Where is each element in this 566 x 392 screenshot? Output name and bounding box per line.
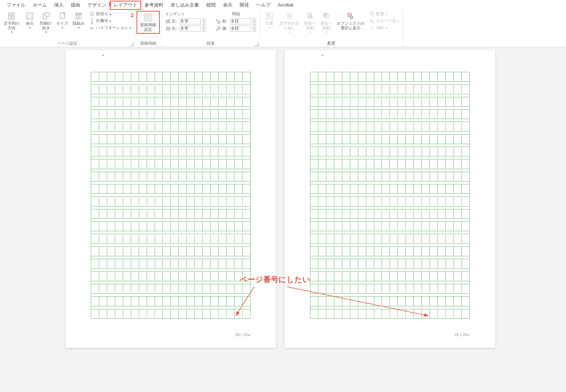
indent-left-row: 左: ▴▾ <box>165 18 205 25</box>
group-label-arrange: 配置 <box>260 40 403 47</box>
callout-number-2: 2 <box>131 12 134 18</box>
menu-design[interactable]: デザイン <box>84 1 110 10</box>
indent-left-spinner[interactable]: ▴▾ <box>201 18 205 25</box>
svg-rect-2 <box>27 13 33 19</box>
genko-grid-2 <box>310 72 470 319</box>
svg-rect-36 <box>370 19 372 21</box>
ribbon-group-arrange: 位置▾ 文字列の折 り返し▾ 前面へ 移動▾ 背面へ 移動▾ オブジェクトの 選… <box>260 10 403 47</box>
menu-bar: ファイル ホーム 挿入 描画 デザイン 1 レイアウト 参考資料 差し込み文書 … <box>0 0 566 10</box>
spacing-after-row: 後: ▴▾ <box>216 25 256 32</box>
svg-rect-5 <box>45 13 49 16</box>
align-icon <box>369 11 375 17</box>
menu-acrobat[interactable]: Acrobat <box>274 1 297 9</box>
send-backward-button: 背面へ 移動▾ <box>318 11 334 34</box>
menu-help[interactable]: ヘルプ <box>253 1 274 10</box>
indent-left-icon <box>165 19 171 24</box>
ribbon: 文字列の 方向 ▾ 余白 ▾ 印刷の 向き ▾ <box>0 10 566 47</box>
indent-left-input[interactable] <box>180 19 201 24</box>
text-direction-icon <box>7 12 16 20</box>
wrap-text-icon <box>285 12 294 20</box>
ribbon-group-paragraph: インデント 左: ▴▾ 右: ▴▾ 間隔 前: <box>162 10 260 47</box>
page-footer-1: 20 × 20↲ <box>235 333 251 337</box>
spacing-after-icon <box>216 26 221 31</box>
group-label-genko: 原稿用紙 <box>135 40 161 47</box>
annotation-text: ページ番号にしたい <box>240 274 310 285</box>
hyphenation-icon: bc <box>89 25 95 31</box>
position-button: 位置▾ <box>261 11 277 30</box>
paragraph-mark-icon: ↲ <box>321 53 324 57</box>
genko-icon <box>144 13 152 22</box>
selection-pane-icon <box>346 12 355 20</box>
menu-draw[interactable]: 描画 <box>67 1 84 10</box>
rotate-icon <box>369 25 375 31</box>
paragraph-launcher-icon[interactable] <box>255 42 258 46</box>
page-footer-2: 20 × 20↲ <box>455 333 470 337</box>
hyphenation-button[interactable]: bc ハイフネーション▾ <box>88 25 132 31</box>
indent-right-row: 右: ▴▾ <box>165 25 205 32</box>
size-button[interactable]: サイズ ▾ <box>54 11 70 30</box>
spacing-after-spinner[interactable]: ▴▾ <box>252 25 256 32</box>
margins-button[interactable]: 余白 ▾ <box>22 11 38 30</box>
menu-mailings[interactable]: 差し込み文書 <box>167 1 203 10</box>
genko-grid-1 <box>91 72 251 319</box>
menu-references[interactable]: 参考資料 <box>141 1 167 10</box>
menu-view[interactable]: 表示 <box>219 1 236 10</box>
page-2[interactable]: ↲ 20 × 20↲ <box>285 50 495 348</box>
svg-rect-3 <box>28 14 32 18</box>
spacing-header: 間隔 <box>216 12 256 17</box>
svg-rect-29 <box>307 13 311 17</box>
size-icon <box>58 12 67 20</box>
menu-file[interactable]: ファイル <box>3 1 29 10</box>
group-label-page-setup: ページ設定 <box>0 40 135 47</box>
menu-home[interactable]: ホーム <box>29 1 50 10</box>
indent-right-icon <box>165 26 171 31</box>
page-setup-launcher-icon[interactable] <box>130 42 133 46</box>
svg-rect-24 <box>289 16 291 17</box>
orientation-button[interactable]: 印刷の 向き ▾ <box>38 11 54 34</box>
bring-forward-button: 前面へ 移動▾ <box>302 11 318 34</box>
document-canvas[interactable]: ↲ 20 × 20↲ ↲ 20 × 20↲ ページ番号にしたい <box>0 47 566 392</box>
genko-settings-button[interactable]: 原稿用紙 設定 <box>137 11 160 34</box>
indent-right-spinner[interactable]: ▴▾ <box>201 25 205 32</box>
svg-rect-13 <box>144 14 152 21</box>
ribbon-group-page-setup: 文字列の 方向 ▾ 余白 ▾ 印刷の 向き ▾ <box>0 10 135 47</box>
svg-rect-31 <box>325 15 329 18</box>
position-icon <box>265 12 274 20</box>
group-button: グループ化▾ <box>368 18 400 24</box>
paragraph-mark-icon: ↲ <box>102 53 105 57</box>
breaks-icon <box>89 11 95 17</box>
rotate-button: 回転▾ <box>368 25 400 31</box>
group-icon <box>369 18 375 24</box>
indent-right-input[interactable] <box>180 26 201 32</box>
wrap-text-button: 文字列の折 り返し▾ <box>277 11 302 34</box>
svg-rect-33 <box>370 12 371 15</box>
svg-rect-0 <box>9 13 11 19</box>
menu-insert[interactable]: 挿入 <box>50 1 67 10</box>
spacing-before-icon <box>216 19 221 24</box>
columns-icon <box>74 12 83 20</box>
svg-rect-34 <box>372 12 374 16</box>
line-numbers-button[interactable]: 12 行番号▾ <box>88 18 132 24</box>
orientation-icon <box>42 12 50 20</box>
send-backward-icon <box>322 12 331 20</box>
align-button: 配置▾ <box>368 11 400 17</box>
spacing-before-spinner[interactable]: ▴▾ <box>252 18 256 25</box>
page-1[interactable]: ↲ 20 × 20↲ <box>65 50 276 348</box>
margins-icon <box>25 12 34 20</box>
spacing-after-input[interactable] <box>230 26 251 32</box>
indent-header: インデント <box>165 12 205 17</box>
spacing-before-input[interactable] <box>230 19 251 24</box>
svg-rect-19 <box>267 14 270 16</box>
spacing-before-row: 前: ▴▾ <box>216 18 256 25</box>
menu-developer[interactable]: 開発 <box>236 1 253 10</box>
menu-layout[interactable]: レイアウト <box>110 1 141 10</box>
bring-forward-icon <box>306 12 314 20</box>
text-direction-button[interactable]: 文字列の 方向 ▾ <box>1 11 22 34</box>
menu-review[interactable]: 校閲 <box>203 1 219 10</box>
ribbon-group-genko: 2 原稿用紙 設定 原稿用紙 <box>135 10 162 47</box>
line-numbers-icon: 12 <box>89 18 95 24</box>
breaks-button[interactable]: 区切り▾ <box>88 11 132 17</box>
svg-rect-37 <box>371 21 374 23</box>
columns-button[interactable]: 段組み ▾ <box>70 11 87 30</box>
selection-pane-button[interactable]: オブジェクトの 選択と表示 <box>334 11 367 31</box>
